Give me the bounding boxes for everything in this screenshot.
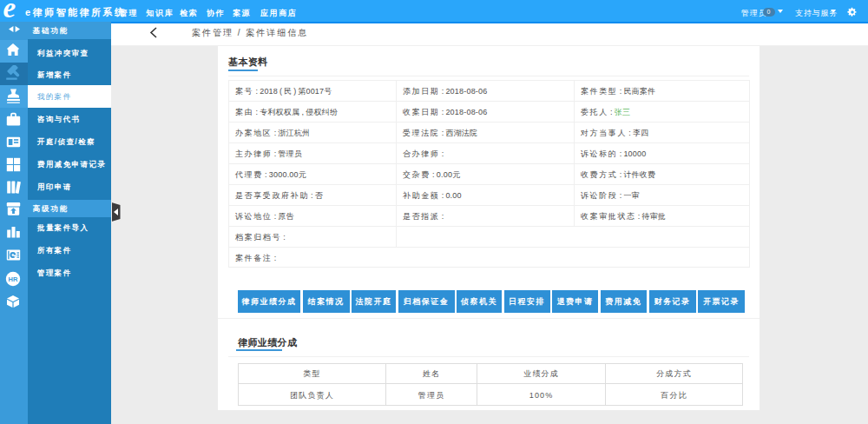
svg-text:HR: HR xyxy=(9,275,18,283)
